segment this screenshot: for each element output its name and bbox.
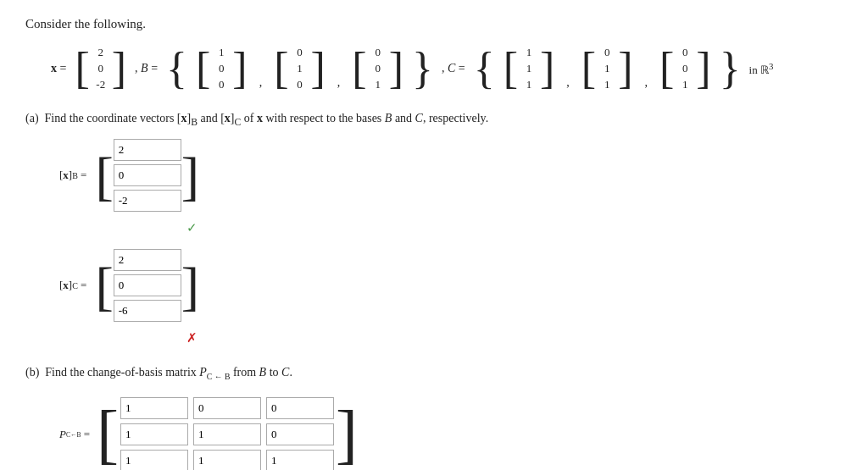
- C-vec3: [ 0 0 1 ]: [659, 41, 711, 97]
- x-equals: x =: [51, 62, 66, 75]
- xB-status: ✓: [25, 220, 843, 235]
- left-set-brace-C: {: [474, 47, 495, 91]
- right-set-brace-B: }: [412, 47, 433, 91]
- xC-bracket-wrap: [ ]: [95, 249, 199, 322]
- check-icon: ✓: [186, 221, 198, 235]
- x-cell-1: 2: [95, 45, 107, 60]
- vector-definitions: x = [ 2 0 -2 ] , B = { [ 1 0 0 ] , [ 0 1…: [25, 41, 843, 97]
- C-vec1: [ 1 1 1 ]: [504, 41, 555, 97]
- xB-input-1[interactable]: [114, 139, 181, 161]
- B-vec1: [ 1 0 0 ]: [196, 41, 248, 97]
- right-set-brace-C: }: [720, 47, 741, 91]
- B-vec2: [ 0 1 0 ]: [274, 41, 326, 97]
- pcb-right-bracket: ]: [336, 406, 358, 462]
- x-cell-2: 0: [95, 61, 107, 76]
- left-bracket-x: [: [75, 47, 89, 91]
- x-vector: [ 2 0 -2 ]: [75, 41, 126, 97]
- pcb-left-bracket: [: [97, 406, 119, 462]
- xB-input-2[interactable]: [114, 164, 181, 186]
- pcb-r3c1[interactable]: [120, 450, 188, 470]
- pcb-r1c3[interactable]: [266, 397, 334, 419]
- xB-inputs: [114, 139, 181, 212]
- comma-c2: ,: [644, 76, 648, 97]
- cross-icon: ✗: [186, 331, 198, 345]
- xC-inputs: [114, 249, 181, 322]
- part-b-title: (b) Find the change-of-basis matrix PC ←…: [25, 366, 843, 382]
- part-a-title: (a) Find the coordinate vectors [x]B and…: [25, 112, 843, 128]
- xC-answer-block: [x]C = [ ]: [25, 249, 843, 322]
- xC-input-3[interactable]: [114, 300, 181, 322]
- pcb-answer-block: PC←B = [ ]: [25, 392, 843, 470]
- right-bracket-x: ]: [112, 47, 126, 91]
- part-b-label: (b) Find the change-of-basis matrix PC ←…: [25, 366, 292, 382]
- C-label: , C =: [442, 62, 465, 75]
- pcb-r2c3[interactable]: [266, 423, 334, 445]
- lb-b1: [: [196, 47, 210, 91]
- xB-left-bracket: [: [95, 152, 113, 201]
- pcb-r3c2[interactable]: [193, 450, 261, 470]
- xC-label: [x]C =: [59, 279, 86, 292]
- xC-input-2[interactable]: [114, 274, 181, 296]
- pcb-label: PC←B =: [59, 428, 90, 441]
- comma-b1: ,: [259, 76, 263, 97]
- pcb-r1c2[interactable]: [193, 397, 261, 419]
- xC-status: ✗: [25, 330, 843, 346]
- pcb-r2c2[interactable]: [193, 423, 261, 445]
- xB-label: [x]B =: [59, 169, 86, 182]
- pcb-matrix: [119, 392, 336, 470]
- rn-label: in ℝ3: [749, 61, 774, 77]
- part-b-section: (b) Find the change-of-basis matrix PC ←…: [25, 366, 843, 470]
- xB-input-3[interactable]: [114, 190, 181, 212]
- xC-left-bracket: [: [95, 262, 113, 311]
- B-vec3: [ 0 0 1 ]: [352, 41, 403, 97]
- xB-right-bracket: ]: [181, 152, 199, 201]
- xC-right-bracket: ]: [181, 262, 199, 311]
- comma-b2: ,: [337, 76, 341, 97]
- left-set-brace-B: {: [166, 47, 187, 91]
- pcb-bracket-wrap: [ ]: [97, 392, 358, 470]
- pcb-r3c3[interactable]: [266, 450, 334, 470]
- xB-answer-block: [x]B = [ ]: [25, 139, 843, 212]
- pcb-r2c1[interactable]: [120, 423, 188, 445]
- x-cell-3: -2: [95, 77, 107, 92]
- comma-c1: ,: [566, 76, 570, 97]
- xC-input-1[interactable]: [114, 249, 181, 271]
- B-label: , B =: [135, 62, 158, 75]
- pcb-r1c1[interactable]: [120, 397, 188, 419]
- intro-text: Consider the following.: [25, 17, 843, 31]
- C-vec2: [ 0 1 1 ]: [581, 41, 633, 97]
- rb-b1: ]: [232, 47, 247, 91]
- xB-bracket-wrap: [ ]: [95, 139, 199, 212]
